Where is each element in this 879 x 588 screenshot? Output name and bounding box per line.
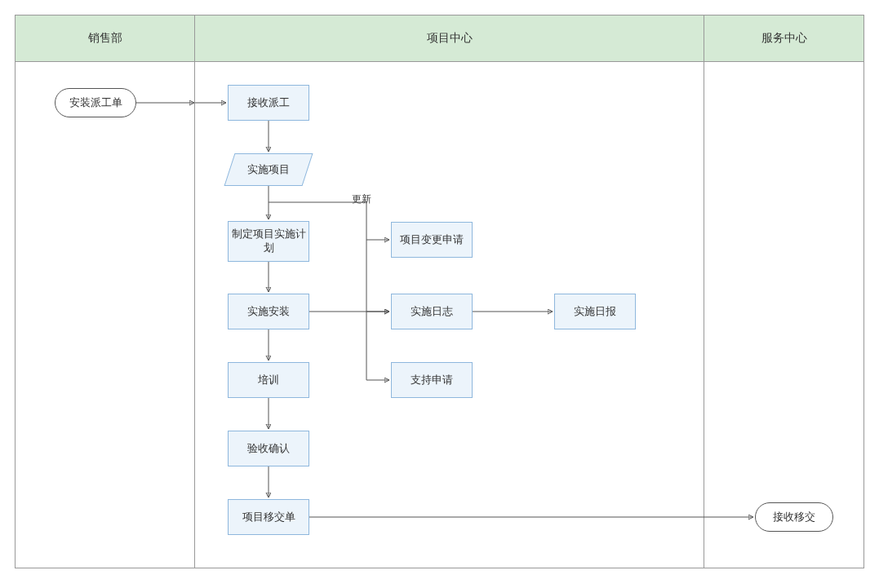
lane-header-service: 服务中心 xyxy=(704,15,864,62)
node-change-request: 项目变更申请 xyxy=(391,222,473,258)
swimlane-diagram: 销售部 项目中心 服务中心 安装派工单 xyxy=(15,15,864,568)
node-support-request: 支持申请 xyxy=(391,362,473,398)
node-implement-project: 实施项目 xyxy=(224,153,313,186)
node-impl-daily: 实施日报 xyxy=(554,294,636,329)
lane-title: 服务中心 xyxy=(761,31,807,44)
node-label: 项目移交单 xyxy=(242,511,295,524)
node-label: 接收移交 xyxy=(773,511,815,524)
lane-header-sales: 销售部 xyxy=(16,15,195,62)
edge-label-update: 更新 xyxy=(352,192,371,206)
node-training: 培训 xyxy=(228,362,309,398)
node-impl-log: 实施日志 xyxy=(391,294,473,329)
lane-sales: 安装派工单 xyxy=(16,62,195,568)
lane-service-arrows xyxy=(704,62,864,568)
lane-title: 项目中心 xyxy=(427,31,473,44)
node-label: 实施日报 xyxy=(574,305,616,319)
node-make-plan: 制定项目实施计划 xyxy=(228,221,309,262)
node-label: 支持申请 xyxy=(411,374,453,387)
node-label: 制定项目实施计划 xyxy=(229,228,309,255)
node-acceptance: 验收确认 xyxy=(228,431,309,466)
node-receive-dispatch: 接收派工 xyxy=(228,85,309,121)
node-label: 实施日志 xyxy=(411,305,453,319)
node-label: 实施项目 xyxy=(247,163,290,177)
lane-service: 接收移交 xyxy=(704,62,864,568)
node-receive-handover: 接收移交 xyxy=(755,502,833,532)
node-label: 实施安装 xyxy=(247,305,290,319)
node-label: 接收派工 xyxy=(247,96,290,110)
lane-header-project: 项目中心 xyxy=(195,15,704,62)
lane-project: 接收派工 实施项目 制定项目实施计划 实施安装 培训 xyxy=(195,62,704,568)
node-dispatch-order: 安装派工单 xyxy=(55,88,136,117)
node-label: 安装派工单 xyxy=(69,96,122,110)
lane-sales-arrows xyxy=(16,62,195,568)
node-label: 培训 xyxy=(258,374,279,387)
node-label: 项目变更申请 xyxy=(400,233,464,247)
node-label: 验收确认 xyxy=(247,442,290,456)
lane-title: 销售部 xyxy=(88,31,122,44)
node-install: 实施安装 xyxy=(228,294,309,329)
node-handover: 项目移交单 xyxy=(228,499,309,535)
